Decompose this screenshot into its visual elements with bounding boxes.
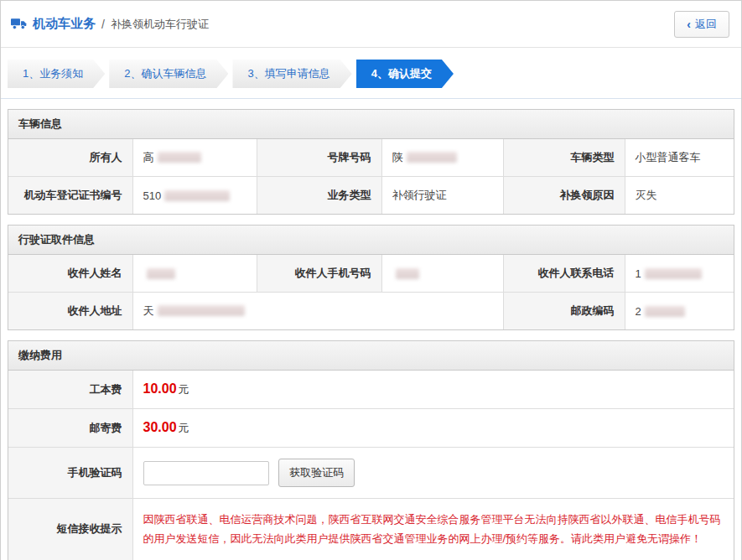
table-row: 机动车登记证书编号 510 业务类型 补领行驶证 补换领原因 灭失 (8, 177, 734, 215)
field-recipient-address-label: 收件人地址 (8, 293, 132, 330)
field-recipient-phone-label: 收件人联系电话 (503, 255, 625, 293)
field-reg-cert-label: 机动车登记证书编号 (8, 177, 132, 215)
pickup-info-table: 收件人姓名 收件人手机号码 收件人联系电话 1 收件人地址 天 邮政编码 2 (8, 255, 734, 329)
sms-code-input[interactable] (143, 461, 269, 485)
field-reg-cert-value-text: 510 (143, 189, 162, 202)
vehicle-info-table: 所有人 高 号牌号码 陕 车辆类型 小型普通客车 机动车登记证书编号 510 业… (8, 139, 734, 214)
step-3-fill-application[interactable]: 3、填写申请信息 (232, 60, 351, 88)
step-1-business-notice[interactable]: 1、业务须知 (8, 60, 105, 88)
vehicle-info-section-title: 车辆信息 (8, 110, 734, 139)
step-label: 2、确认车辆信息 (124, 67, 206, 80)
breadcrumb-current: 补换领机动车行驶证 (111, 17, 209, 32)
fees-table: 工本费 10.00元 邮寄费 30.00元 手机验证码 获取验证码 短信接收提 (8, 371, 734, 560)
field-postage-fee-label: 邮寄费 (8, 409, 132, 448)
step-label: 1、业务须知 (23, 67, 83, 80)
vehicle-info-section: 车辆信息 所有人 高 号牌号码 陕 车辆类型 小型普通客车 机动车登记证书编号 … (8, 109, 734, 215)
field-recipient-name-value (132, 255, 257, 293)
field-sms-code-label: 手机验证码 (8, 448, 132, 499)
field-postal-code-label: 邮政编码 (503, 293, 625, 330)
fees-section: 缴纳费用 工本费 10.00元 邮寄费 30.00元 手机验证码 (8, 340, 734, 560)
field-owner-value: 高 (132, 139, 257, 177)
back-button-label: 返回 (695, 17, 717, 32)
step-label: 3、填写申请信息 (247, 67, 329, 80)
table-row: 收件人地址 天 邮政编码 2 (8, 293, 734, 330)
field-production-fee-value: 10.00元 (132, 371, 734, 409)
fees-section-title: 缴纳费用 (8, 341, 734, 371)
field-reg-cert-value: 510 (132, 177, 257, 215)
redacted-value (147, 268, 175, 279)
table-row: 短信接收提示 因陕西省联通、电信运营商技术问题，陕西省互联网交通安全综合服务管理… (8, 499, 734, 560)
field-business-type-label: 业务类型 (257, 177, 381, 215)
chevron-left-icon: ‹ (687, 18, 691, 30)
field-sms-code-value: 获取验证码 (132, 448, 734, 499)
field-business-type-value: 补领行驶证 (381, 177, 503, 215)
field-postage-fee-value: 30.00元 (132, 409, 734, 448)
field-recipient-name-label: 收件人姓名 (8, 255, 132, 293)
field-postal-code-value: 2 (625, 293, 734, 330)
field-recipient-mobile-label: 收件人手机号码 (257, 255, 381, 293)
field-plate-value-text: 陕 (392, 151, 403, 163)
step-4-confirm-submit[interactable]: 4、确认提交 (356, 60, 454, 88)
production-fee-amount: 10.00 (143, 381, 177, 396)
field-plate-value: 陕 (381, 139, 503, 177)
field-plate-label: 号牌号码 (257, 139, 381, 177)
field-recipient-address-value-text: 天 (143, 304, 154, 317)
redacted-value (158, 152, 201, 163)
table-row: 所有人 高 号牌号码 陕 车辆类型 小型普通客车 (8, 139, 734, 177)
redacted-value (645, 306, 685, 317)
postage-fee-unit: 元 (179, 422, 189, 434)
redacted-value (407, 152, 457, 163)
step-label: 4、确认提交 (371, 67, 432, 80)
field-recipient-address-value: 天 (132, 293, 503, 330)
field-sms-notice-label: 短信接收提示 (8, 499, 132, 560)
topbar: 机动车业务 / 补换领机动车行驶证 ‹ 返回 (1, 1, 741, 48)
back-button[interactable]: ‹ 返回 (674, 11, 729, 38)
field-recipient-phone-value: 1 (625, 255, 734, 293)
truck-icon (11, 18, 27, 30)
redacted-value (396, 268, 419, 279)
table-row: 邮寄费 30.00元 (8, 409, 734, 448)
redacted-value (158, 305, 245, 316)
production-fee-unit: 元 (179, 383, 189, 396)
page: 机动车业务 / 补换领机动车行驶证 ‹ 返回 1、业务须知 2、确认车辆信息 3… (0, 0, 742, 560)
get-sms-code-button[interactable]: 获取验证码 (278, 459, 355, 487)
field-owner-label: 所有人 (8, 139, 132, 177)
breadcrumb: 机动车业务 / 补换领机动车行驶证 (11, 16, 209, 32)
field-recipient-mobile-value (381, 255, 503, 293)
page-title: 机动车业务 (33, 16, 96, 32)
redacted-value (645, 268, 702, 279)
field-production-fee-label: 工本费 (8, 371, 132, 409)
step-2-confirm-vehicle-info[interactable]: 2、确认车辆信息 (109, 60, 228, 88)
postage-fee-amount: 30.00 (143, 420, 177, 434)
field-reason-value: 灭失 (625, 177, 734, 215)
pickup-info-section-title: 行驶证取件信息 (8, 226, 734, 255)
table-row: 工本费 10.00元 (8, 371, 734, 409)
pickup-info-section: 行驶证取件信息 收件人姓名 收件人手机号码 收件人联系电话 1 收件人地址 天 … (8, 225, 734, 330)
breadcrumb-separator: / (101, 18, 105, 31)
table-row: 收件人姓名 收件人手机号码 收件人联系电话 1 (8, 255, 734, 293)
sms-notice-text: 因陕西省联通、电信运营商技术问题，陕西省互联网交通安全综合服务管理平台无法向持陕… (143, 510, 724, 549)
field-sms-notice-value: 因陕西省联通、电信运营商技术问题，陕西省互联网交通安全综合服务管理平台无法向持陕… (132, 499, 734, 560)
field-postal-code-value-text: 2 (636, 305, 641, 318)
table-row: 手机验证码 获取验证码 (8, 448, 734, 499)
field-vehicle-type-label: 车辆类型 (503, 139, 625, 177)
field-reason-label: 补换领原因 (503, 177, 625, 215)
redacted-value (164, 190, 230, 201)
field-vehicle-type-value: 小型普通客车 (625, 139, 734, 177)
step-wizard: 1、业务须知 2、确认车辆信息 3、填写申请信息 4、确认提交 (1, 48, 741, 99)
field-owner-value-text: 高 (143, 151, 154, 163)
field-recipient-phone-value-text: 1 (636, 267, 641, 280)
